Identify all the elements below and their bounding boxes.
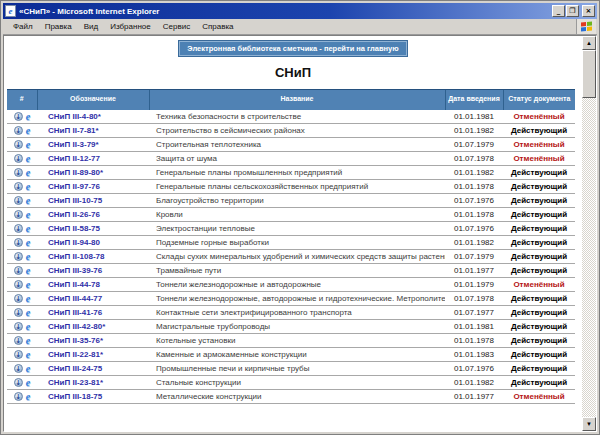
open-in-browser-icon[interactable]: e — [26, 154, 30, 163]
menu-item-0[interactable]: Файл — [7, 20, 39, 33]
open-in-browser-icon[interactable]: e — [26, 308, 30, 317]
menu-item-5[interactable]: Справка — [196, 20, 239, 33]
document-code-link[interactable]: СНиП III-24-75 — [37, 364, 102, 373]
open-in-browser-icon[interactable]: e — [26, 294, 30, 303]
open-in-browser-icon[interactable]: e — [26, 168, 30, 177]
document-status: Действующий — [503, 124, 575, 138]
download-icon[interactable]: ↓ — [14, 154, 23, 163]
menu-item-3[interactable]: Избранное — [104, 20, 157, 33]
open-in-browser-icon[interactable]: e — [26, 224, 30, 233]
open-in-browser-icon[interactable]: e — [26, 238, 30, 247]
document-code-link[interactable]: СНиП II-94-80 — [37, 238, 100, 247]
table-row: ↓ e СНиП II-26-76 Кровли 01.01.1978 Дейс… — [7, 208, 575, 222]
download-icon[interactable]: ↓ — [14, 392, 23, 401]
document-code-link[interactable]: СНиП III-42-80* — [37, 322, 105, 331]
document-code-link[interactable]: СНиП II-3-79* — [37, 140, 99, 149]
download-icon[interactable]: ↓ — [14, 140, 23, 149]
document-code-link[interactable]: СНиП II-89-80* — [37, 168, 103, 177]
download-icon[interactable]: ↓ — [14, 280, 23, 289]
download-icon[interactable]: ↓ — [14, 112, 23, 121]
document-code-link[interactable]: СНиП III-18-75 — [37, 392, 102, 401]
windows-logo-icon — [581, 21, 592, 31]
menu-item-1[interactable]: Правка — [39, 20, 78, 33]
open-in-browser-icon[interactable]: e — [26, 378, 30, 387]
open-in-browser-icon[interactable]: e — [26, 266, 30, 275]
document-code-link[interactable]: СНиП II-35-76* — [37, 336, 103, 345]
download-icon[interactable]: ↓ — [14, 126, 23, 135]
document-status: Действующий — [503, 362, 575, 376]
document-code-link[interactable]: СНиП II-12-77 — [37, 154, 100, 163]
scrollbar-thumb[interactable] — [582, 50, 596, 98]
table-row: ↓ e СНиП II-22-81* Каменные и армокаменн… — [7, 348, 575, 362]
download-icon[interactable]: ↓ — [14, 266, 23, 275]
table-row: ↓ e СНиП III-24-75 Промышленные печи и к… — [7, 362, 575, 376]
document-code-link[interactable]: СНиП II-26-76 — [37, 210, 100, 219]
open-in-browser-icon[interactable]: e — [26, 280, 30, 289]
open-in-browser-icon[interactable]: e — [26, 196, 30, 205]
download-icon[interactable]: ↓ — [14, 378, 23, 387]
open-in-browser-icon[interactable]: e — [26, 126, 30, 135]
document-code-link[interactable]: СНиП II-97-76 — [37, 182, 100, 191]
open-in-browser-icon[interactable]: e — [26, 322, 30, 331]
header-date: Дата введения — [445, 90, 503, 110]
open-in-browser-icon[interactable]: e — [26, 252, 30, 261]
home-link-button[interactable]: Электронная библиотека сметчика - перейт… — [179, 41, 406, 56]
table-row: ↓ e СНиП II-23-81* Стальные конструкции … — [7, 376, 575, 390]
open-in-browser-icon[interactable]: e — [26, 392, 30, 401]
open-in-browser-icon[interactable]: e — [26, 336, 30, 345]
download-icon[interactable]: ↓ — [14, 350, 23, 359]
download-icon[interactable]: ↓ — [14, 294, 23, 303]
menu-item-4[interactable]: Сервис — [157, 20, 196, 33]
document-title: Генеральные планы промышленных предприят… — [149, 166, 445, 180]
download-icon[interactable]: ↓ — [14, 252, 23, 261]
document-code-link[interactable]: СНиП III-39-76 — [37, 266, 102, 275]
open-in-browser-icon[interactable]: e — [26, 182, 30, 191]
download-icon[interactable]: ↓ — [14, 168, 23, 177]
download-icon[interactable]: ↓ — [14, 308, 23, 317]
document-code-link[interactable]: СНиП II-22-81* — [37, 350, 103, 359]
scroll-up-button[interactable]: ▲ — [582, 36, 596, 50]
open-in-browser-icon[interactable]: e — [26, 210, 30, 219]
download-icon[interactable]: ↓ — [14, 238, 23, 247]
document-date: 01.07.1976 — [445, 222, 503, 236]
open-in-browser-icon[interactable]: e — [26, 350, 30, 359]
minimize-button[interactable]: _ — [552, 5, 565, 17]
restore-button[interactable]: ❐ — [566, 5, 579, 17]
document-code-link[interactable]: СНиП II-23-81* — [37, 378, 103, 387]
table-header-row: # Обозначение Название Дата введения Ста… — [7, 90, 575, 110]
download-icon[interactable]: ↓ — [14, 322, 23, 331]
table-row: ↓ e СНиП II-108-78 Склады сухих минераль… — [7, 250, 575, 264]
open-in-browser-icon[interactable]: e — [26, 364, 30, 373]
vertical-scrollbar[interactable]: ▲ ▼ — [582, 36, 596, 431]
download-icon[interactable]: ↓ — [14, 196, 23, 205]
download-icon[interactable]: ↓ — [14, 182, 23, 191]
menu-item-2[interactable]: Вид — [78, 20, 104, 33]
document-code-link[interactable]: СНиП III-44-77 — [37, 294, 102, 303]
document-status: Действующий — [503, 264, 575, 278]
close-button[interactable]: × — [582, 5, 595, 17]
download-icon[interactable]: ↓ — [14, 210, 23, 219]
download-icon[interactable]: ↓ — [14, 364, 23, 373]
document-code-link[interactable]: СНиП III-4-80* — [37, 112, 101, 121]
open-in-browser-icon[interactable]: e — [26, 112, 30, 121]
document-title: Благоустройство территории — [149, 194, 445, 208]
download-icon[interactable]: ↓ — [14, 224, 23, 233]
document-code-link[interactable]: СНиП II-108-78 — [37, 252, 104, 261]
document-title: Тоннели железнодорожные, автодорожные и … — [149, 292, 445, 306]
document-title: Контактные сети электрифицированного тра… — [149, 306, 445, 320]
scroll-down-button[interactable]: ▼ — [582, 417, 596, 431]
document-title: Промышленные печи и кирпичные трубы — [149, 362, 445, 376]
open-in-browser-icon[interactable]: e — [26, 140, 30, 149]
document-title: Тоннели железнодорожные и автодорожные — [149, 278, 445, 292]
document-code-link[interactable]: СНиП II-58-75 — [37, 224, 100, 233]
document-date: 01.01.1981 — [445, 110, 503, 124]
document-title: Стальные конструкции — [149, 376, 445, 390]
document-date: 01.07.1977 — [445, 306, 503, 320]
document-code-link[interactable]: СНиП III-10-75 — [37, 196, 102, 205]
document-code-link[interactable]: СНиП III-41-76 — [37, 308, 102, 317]
header-name: Название — [149, 90, 445, 110]
document-date: 01.07.1979 — [445, 250, 503, 264]
download-icon[interactable]: ↓ — [14, 336, 23, 345]
document-code-link[interactable]: СНиП II-7-81* — [37, 126, 99, 135]
document-code-link[interactable]: СНиП II-44-78 — [37, 280, 100, 289]
